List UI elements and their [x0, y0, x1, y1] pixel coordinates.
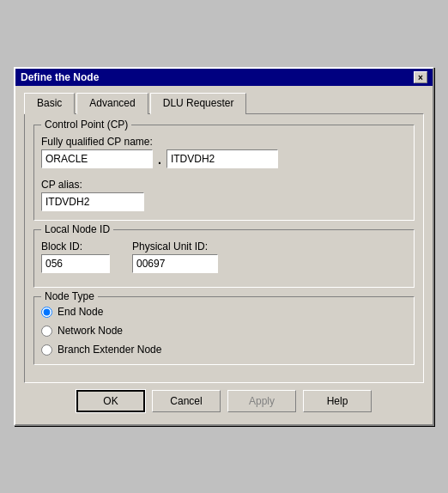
local-node-id-group: Local Node ID Block ID: Physical Unit ID…: [33, 229, 415, 288]
block-id-label: Block ID:: [41, 240, 110, 253]
dot-separator: .: [158, 153, 161, 168]
cancel-button[interactable]: Cancel: [152, 390, 221, 412]
node-type-group: Node Type End Node Network Node Branch E…: [33, 296, 415, 365]
tab-content-basic: Control Point (CP) Fully qualified CP na…: [24, 113, 424, 383]
cp-alias-input[interactable]: [41, 192, 144, 211]
cp-name-label: Fully qualified CP name:: [41, 136, 407, 148]
cp-name-part1-input[interactable]: [41, 149, 153, 168]
radio-group: End Node Network Node Branch Extender No…: [41, 306, 407, 356]
radio-end-node-label: End Node: [58, 306, 103, 318]
tab-basic[interactable]: Basic: [24, 93, 75, 114]
radio-branch-extender-input[interactable]: [41, 344, 52, 356]
control-point-legend: Control Point (CP): [41, 119, 131, 131]
cp-name-row: .: [41, 149, 407, 168]
radio-branch-extender[interactable]: Branch Extender Node: [41, 344, 407, 356]
radio-end-node[interactable]: End Node: [41, 306, 407, 318]
radio-end-node-input[interactable]: [41, 307, 52, 318]
close-button[interactable]: ×: [414, 71, 427, 83]
radio-network-node-label: Network Node: [58, 325, 123, 337]
button-row: OK Cancel Apply Help: [24, 383, 424, 416]
title-bar: Define the Node ×: [15, 69, 433, 86]
control-point-group: Control Point (CP) Fully qualified CP na…: [33, 125, 415, 221]
physical-unit-input[interactable]: [132, 254, 218, 273]
block-id-input[interactable]: [41, 254, 110, 273]
radio-branch-extender-label: Branch Extender Node: [58, 344, 161, 356]
apply-button[interactable]: Apply: [227, 390, 296, 412]
cp-alias-field-group: CP alias:: [41, 179, 407, 211]
cp-name-part2-input[interactable]: [166, 149, 278, 168]
ok-button[interactable]: OK: [76, 390, 145, 412]
dialog-title: Define the Node: [21, 71, 99, 83]
control-point-inner: Fully qualified CP name: . CP alias:: [41, 136, 407, 211]
help-button[interactable]: Help: [303, 390, 372, 412]
dialog-define-node: Define the Node × Basic Advanced DLU Req…: [14, 67, 434, 426]
local-node-id-legend: Local Node ID: [41, 223, 113, 235]
local-node-id-inner: Block ID: Physical Unit ID:: [41, 240, 407, 273]
physical-unit-label: Physical Unit ID:: [132, 240, 218, 253]
dialog-content: Basic Advanced DLU Requester Control Poi…: [15, 86, 433, 424]
node-id-row: Block ID: Physical Unit ID:: [41, 240, 407, 273]
tab-bar: Basic Advanced DLU Requester: [24, 93, 424, 114]
physical-unit-field-group: Physical Unit ID:: [132, 240, 218, 273]
block-id-field-group: Block ID:: [41, 240, 110, 273]
cp-alias-label: CP alias:: [41, 179, 407, 191]
tab-advanced[interactable]: Advanced: [76, 93, 148, 114]
tab-dlu-requester[interactable]: DLU Requester: [150, 93, 247, 114]
radio-network-node-input[interactable]: [41, 326, 52, 337]
node-type-legend: Node Type: [41, 290, 98, 302]
cp-name-field-group: Fully qualified CP name: .: [41, 136, 407, 173]
radio-network-node[interactable]: Network Node: [41, 325, 407, 337]
